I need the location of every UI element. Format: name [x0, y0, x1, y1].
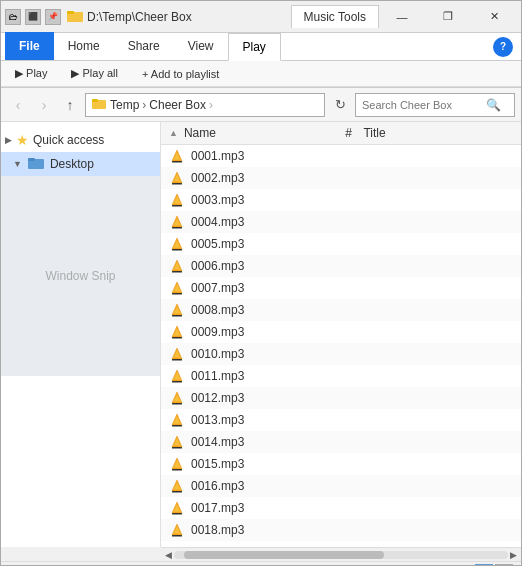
- svg-rect-56: [172, 425, 182, 427]
- file-item[interactable]: 0013.mp3: [161, 409, 521, 431]
- file-name: 0018.mp3: [191, 523, 513, 537]
- file-list-header: ▲ Name # Title: [161, 122, 521, 145]
- help-icon[interactable]: ?: [493, 37, 513, 57]
- music-tools-tab[interactable]: Music Tools: [291, 5, 379, 28]
- vlc-icon: [169, 368, 185, 384]
- svg-rect-52: [172, 403, 182, 405]
- file-item[interactable]: 0015.mp3: [161, 453, 521, 475]
- file-name: 0002.mp3: [191, 171, 513, 185]
- forward-button[interactable]: ›: [33, 94, 55, 116]
- search-box[interactable]: 🔍: [355, 93, 515, 117]
- minimize-button[interactable]: —: [379, 1, 425, 33]
- file-name: 0008.mp3: [191, 303, 513, 317]
- address-bar: ‹ › ↑ Temp › Cheer Box › ↻ 🔍: [1, 88, 521, 122]
- file-name: 0015.mp3: [191, 457, 513, 471]
- vlc-icon: [169, 456, 185, 472]
- vlc-icon: [169, 434, 185, 450]
- file-item[interactable]: 0014.mp3: [161, 431, 521, 453]
- ribbon-content: ▶ Play ▶ Play all + Add to playlist: [1, 61, 521, 87]
- vlc-icon: [169, 236, 185, 252]
- refresh-button[interactable]: ↻: [329, 94, 351, 116]
- vlc-icon: [169, 258, 185, 274]
- up-button[interactable]: ↑: [59, 94, 81, 116]
- file-name: 0007.mp3: [191, 281, 513, 295]
- vlc-icon: [169, 302, 185, 318]
- search-input[interactable]: [362, 99, 482, 111]
- file-name: 0011.mp3: [191, 369, 513, 383]
- vlc-icon: [169, 214, 185, 230]
- folder-icon-title: [67, 9, 83, 25]
- scroll-right-button[interactable]: ▶: [508, 550, 519, 560]
- file-name: 0010.mp3: [191, 347, 513, 361]
- pin-icon[interactable]: 📌: [45, 9, 61, 25]
- file-item[interactable]: 0008.mp3: [161, 299, 521, 321]
- svg-rect-8: [172, 161, 182, 163]
- file-item[interactable]: 0018.mp3: [161, 519, 521, 541]
- vlc-icon: [169, 390, 185, 406]
- svg-rect-68: [172, 491, 182, 493]
- tab-view[interactable]: View: [174, 32, 228, 60]
- scroll-up-indicator[interactable]: ▲: [169, 128, 178, 138]
- vlc-icon: [169, 192, 185, 208]
- quick-access-group[interactable]: ▶ ★ Quick access: [1, 128, 160, 152]
- ribbon-add-to-playlist-btn[interactable]: + Add to playlist: [136, 66, 225, 82]
- file-name: 0004.mp3: [191, 215, 513, 229]
- back-button[interactable]: ‹: [7, 94, 29, 116]
- breadcrumb-temp: Temp: [110, 98, 139, 112]
- close-button[interactable]: ✕: [471, 1, 517, 33]
- file-item[interactable]: 0010.mp3: [161, 343, 521, 365]
- svg-rect-20: [172, 227, 182, 229]
- file-item[interactable]: 0012.mp3: [161, 387, 521, 409]
- tab-file[interactable]: File: [5, 32, 54, 60]
- file-items-container: 0001.mp3 0002.mp3 0003.mp3 0004.mp3 0005…: [161, 145, 521, 541]
- horizontal-scrollbar[interactable]: ◀ ▶: [161, 547, 521, 561]
- vlc-icon: [169, 346, 185, 362]
- file-item[interactable]: 0016.mp3: [161, 475, 521, 497]
- scroll-thumb[interactable]: [184, 551, 384, 559]
- file-item[interactable]: 0003.mp3: [161, 189, 521, 211]
- file-name: 0013.mp3: [191, 413, 513, 427]
- svg-rect-40: [172, 337, 182, 339]
- window-snip-area: Window Snip: [1, 176, 160, 376]
- tab-share[interactable]: Share: [114, 32, 174, 60]
- scroll-left-button[interactable]: ◀: [163, 550, 174, 560]
- file-name: 0017.mp3: [191, 501, 513, 515]
- restore-button[interactable]: ❐: [425, 1, 471, 33]
- sidebar-item-desktop[interactable]: ▼ Desktop: [1, 152, 160, 176]
- svg-rect-16: [172, 205, 182, 207]
- vlc-icon: [169, 148, 185, 164]
- vlc-icon: [169, 522, 185, 538]
- quick-access-icon[interactable]: ⬛: [25, 9, 41, 25]
- scroll-track[interactable]: [174, 551, 508, 559]
- tab-play[interactable]: Play: [228, 33, 281, 61]
- file-name: 0009.mp3: [191, 325, 513, 339]
- file-item[interactable]: 0002.mp3: [161, 167, 521, 189]
- tab-home[interactable]: Home: [54, 32, 114, 60]
- breadcrumb-cheerbox: Cheer Box: [149, 98, 206, 112]
- file-item[interactable]: 0004.mp3: [161, 211, 521, 233]
- star-icon: ★: [16, 132, 29, 148]
- sidebar: ▶ ★ Quick access ▼ Desktop Window Snip: [1, 122, 161, 547]
- svg-rect-64: [172, 469, 182, 471]
- address-box[interactable]: Temp › Cheer Box ›: [85, 93, 325, 117]
- svg-rect-60: [172, 447, 182, 449]
- ribbon-play-all-btn[interactable]: ▶ Play all: [65, 65, 124, 82]
- file-item[interactable]: 0017.mp3: [161, 497, 521, 519]
- svg-rect-5: [28, 158, 35, 161]
- file-name: 0014.mp3: [191, 435, 513, 449]
- ribbon-play-btn[interactable]: ▶ Play: [9, 65, 53, 82]
- title-bar: 🗁 ⬛ 📌 D:\Temp\Cheer Box Music Tools — ❐ …: [1, 1, 521, 33]
- file-item[interactable]: 0007.mp3: [161, 277, 521, 299]
- file-item[interactable]: 0011.mp3: [161, 365, 521, 387]
- file-item[interactable]: 0005.mp3: [161, 233, 521, 255]
- svg-rect-24: [172, 249, 182, 251]
- file-item[interactable]: 0001.mp3: [161, 145, 521, 167]
- ribbon: File Home Share View Play ? ▶ Play ▶ Pla…: [1, 33, 521, 88]
- title-bar-icons: 🗁 ⬛ 📌: [5, 9, 61, 25]
- breadcrumb-sep-2: ›: [209, 98, 213, 112]
- ribbon-tabs: File Home Share View Play ?: [1, 33, 521, 61]
- vlc-icon: [169, 170, 185, 186]
- file-item[interactable]: 0006.mp3: [161, 255, 521, 277]
- vlc-icon: [169, 412, 185, 428]
- file-item[interactable]: 0009.mp3: [161, 321, 521, 343]
